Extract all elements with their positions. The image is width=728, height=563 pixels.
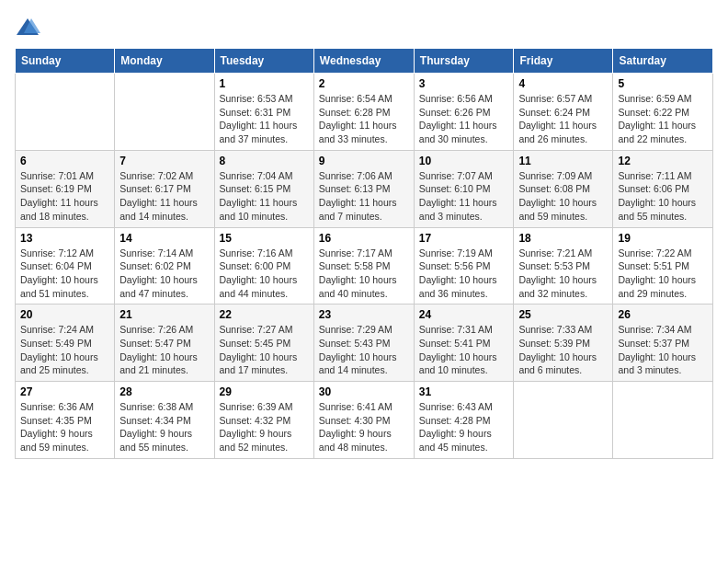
day-info: Sunrise: 6:43 AM Sunset: 4:28 PM Dayligh… [419, 400, 509, 454]
day-info: Sunrise: 7:09 AM Sunset: 6:08 PM Dayligh… [518, 169, 608, 224]
day-info: Sunrise: 7:34 AM Sunset: 5:37 PM Dayligh… [618, 323, 708, 377]
page-header [15, 15, 713, 40]
logo [15, 15, 44, 40]
day-number: 23 [319, 308, 409, 321]
day-info: Sunrise: 7:16 AM Sunset: 6:00 PM Dayligh… [220, 247, 309, 301]
day-info: Sunrise: 7:21 AM Sunset: 5:53 PM Dayligh… [518, 247, 608, 301]
day-of-week-header: Wednesday [313, 49, 414, 74]
calendar-cell: 15Sunrise: 7:16 AM Sunset: 6:00 PM Dayli… [214, 227, 313, 304]
day-number: 27 [20, 385, 109, 398]
calendar-cell [613, 382, 713, 459]
day-info: Sunrise: 6:39 AM Sunset: 4:32 PM Dayligh… [220, 400, 309, 454]
calendar-cell: 17Sunrise: 7:19 AM Sunset: 5:56 PM Dayli… [414, 227, 514, 304]
day-info: Sunrise: 7:06 AM Sunset: 6:13 PM Dayligh… [319, 169, 409, 224]
day-info: Sunrise: 7:31 AM Sunset: 5:41 PM Dayligh… [419, 323, 509, 377]
day-info: Sunrise: 6:36 AM Sunset: 4:35 PM Dayligh… [20, 400, 109, 454]
day-info: Sunrise: 7:33 AM Sunset: 5:39 PM Dayligh… [518, 323, 608, 377]
calendar-cell: 19Sunrise: 7:22 AM Sunset: 5:51 PM Dayli… [613, 227, 713, 304]
calendar-table: SundayMondayTuesdayWednesdayThursdayFrid… [15, 48, 713, 459]
day-number: 24 [419, 308, 509, 321]
day-info: Sunrise: 6:53 AM Sunset: 6:31 PM Dayligh… [220, 92, 309, 146]
calendar-cell: 21Sunrise: 7:26 AM Sunset: 5:47 PM Dayli… [115, 304, 214, 382]
day-info: Sunrise: 6:59 AM Sunset: 6:22 PM Dayligh… [618, 92, 708, 146]
day-of-week-header: Monday [115, 49, 214, 74]
day-number: 15 [220, 232, 309, 245]
logo-icon [15, 15, 40, 40]
calendar-cell: 31Sunrise: 6:43 AM Sunset: 4:28 PM Dayli… [414, 382, 514, 459]
day-info: Sunrise: 6:56 AM Sunset: 6:26 PM Dayligh… [419, 92, 509, 146]
day-number: 28 [119, 385, 209, 398]
calendar-cell: 24Sunrise: 7:31 AM Sunset: 5:41 PM Dayli… [414, 304, 514, 382]
calendar-cell: 16Sunrise: 7:17 AM Sunset: 5:58 PM Dayli… [313, 227, 414, 304]
day-number: 25 [518, 308, 608, 321]
calendar-cell: 10Sunrise: 7:07 AM Sunset: 6:10 PM Dayli… [414, 150, 514, 227]
day-info: Sunrise: 7:24 AM Sunset: 5:49 PM Dayligh… [20, 323, 109, 377]
day-number: 20 [20, 308, 109, 321]
day-number: 1 [220, 77, 309, 90]
day-number: 22 [220, 308, 309, 321]
day-number: 21 [119, 308, 209, 321]
day-info: Sunrise: 7:19 AM Sunset: 5:56 PM Dayligh… [419, 247, 509, 301]
calendar-cell: 26Sunrise: 7:34 AM Sunset: 5:37 PM Dayli… [613, 304, 713, 382]
day-info: Sunrise: 7:22 AM Sunset: 5:51 PM Dayligh… [618, 247, 708, 301]
day-number: 10 [419, 155, 509, 167]
calendar-cell: 3Sunrise: 6:56 AM Sunset: 6:26 PM Daylig… [414, 74, 514, 151]
calendar-cell: 9Sunrise: 7:06 AM Sunset: 6:13 PM Daylig… [313, 150, 414, 227]
calendar-week-row: 6Sunrise: 7:01 AM Sunset: 6:19 PM Daylig… [16, 150, 713, 227]
calendar-cell: 30Sunrise: 6:41 AM Sunset: 4:30 PM Dayli… [313, 382, 414, 459]
day-number: 12 [618, 155, 708, 167]
day-info: Sunrise: 6:38 AM Sunset: 4:34 PM Dayligh… [119, 400, 209, 454]
day-info: Sunrise: 7:29 AM Sunset: 5:43 PM Dayligh… [319, 323, 409, 377]
calendar-cell: 27Sunrise: 6:36 AM Sunset: 4:35 PM Dayli… [16, 382, 115, 459]
calendar-cell: 8Sunrise: 7:04 AM Sunset: 6:15 PM Daylig… [214, 150, 313, 227]
day-info: Sunrise: 6:54 AM Sunset: 6:28 PM Dayligh… [319, 92, 409, 146]
calendar-cell: 23Sunrise: 7:29 AM Sunset: 5:43 PM Dayli… [313, 304, 414, 382]
day-number: 26 [618, 308, 708, 321]
calendar-cell [514, 382, 613, 459]
day-of-week-header: Friday [514, 49, 613, 74]
day-info: Sunrise: 7:12 AM Sunset: 6:04 PM Dayligh… [20, 247, 109, 301]
calendar-cell: 4Sunrise: 6:57 AM Sunset: 6:24 PM Daylig… [514, 74, 613, 151]
day-number: 19 [618, 232, 708, 245]
day-number: 17 [419, 232, 509, 245]
day-info: Sunrise: 6:41 AM Sunset: 4:30 PM Dayligh… [319, 400, 409, 454]
calendar-week-row: 1Sunrise: 6:53 AM Sunset: 6:31 PM Daylig… [16, 74, 713, 151]
calendar-cell: 28Sunrise: 6:38 AM Sunset: 4:34 PM Dayli… [115, 382, 214, 459]
day-number: 13 [20, 232, 109, 245]
calendar-cell: 18Sunrise: 7:21 AM Sunset: 5:53 PM Dayli… [514, 227, 613, 304]
day-number: 14 [119, 232, 209, 245]
day-number: 7 [119, 155, 209, 167]
calendar-cell: 11Sunrise: 7:09 AM Sunset: 6:08 PM Dayli… [514, 150, 613, 227]
calendar-week-row: 20Sunrise: 7:24 AM Sunset: 5:49 PM Dayli… [16, 304, 713, 382]
calendar-cell: 22Sunrise: 7:27 AM Sunset: 5:45 PM Dayli… [214, 304, 313, 382]
calendar-cell: 25Sunrise: 7:33 AM Sunset: 5:39 PM Dayli… [514, 304, 613, 382]
calendar-cell: 1Sunrise: 6:53 AM Sunset: 6:31 PM Daylig… [214, 74, 313, 151]
day-number: 3 [419, 77, 509, 90]
day-info: Sunrise: 7:04 AM Sunset: 6:15 PM Dayligh… [220, 169, 309, 224]
day-info: Sunrise: 7:14 AM Sunset: 6:02 PM Dayligh… [119, 247, 209, 301]
calendar-cell: 7Sunrise: 7:02 AM Sunset: 6:17 PM Daylig… [115, 150, 214, 227]
day-number: 6 [20, 155, 109, 167]
day-number: 29 [220, 385, 309, 398]
day-number: 18 [518, 232, 608, 245]
calendar-cell: 13Sunrise: 7:12 AM Sunset: 6:04 PM Dayli… [16, 227, 115, 304]
calendar-week-row: 27Sunrise: 6:36 AM Sunset: 4:35 PM Dayli… [16, 382, 713, 459]
day-info: Sunrise: 6:57 AM Sunset: 6:24 PM Dayligh… [518, 92, 608, 146]
calendar-cell: 6Sunrise: 7:01 AM Sunset: 6:19 PM Daylig… [16, 150, 115, 227]
calendar-cell: 2Sunrise: 6:54 AM Sunset: 6:28 PM Daylig… [313, 74, 414, 151]
day-info: Sunrise: 7:07 AM Sunset: 6:10 PM Dayligh… [419, 169, 509, 224]
day-of-week-header: Saturday [613, 49, 713, 74]
day-info: Sunrise: 7:26 AM Sunset: 5:47 PM Dayligh… [119, 323, 209, 377]
day-number: 4 [518, 77, 608, 90]
day-number: 30 [319, 385, 409, 398]
day-of-week-header: Tuesday [214, 49, 313, 74]
day-number: 5 [618, 77, 708, 90]
day-of-week-header: Thursday [414, 49, 514, 74]
day-number: 31 [419, 385, 509, 398]
calendar-header-row: SundayMondayTuesdayWednesdayThursdayFrid… [16, 49, 713, 74]
calendar-week-row: 13Sunrise: 7:12 AM Sunset: 6:04 PM Dayli… [16, 227, 713, 304]
calendar-cell [115, 74, 214, 151]
day-number: 8 [220, 155, 309, 167]
day-info: Sunrise: 7:01 AM Sunset: 6:19 PM Dayligh… [20, 169, 109, 224]
day-info: Sunrise: 7:27 AM Sunset: 5:45 PM Dayligh… [220, 323, 309, 377]
